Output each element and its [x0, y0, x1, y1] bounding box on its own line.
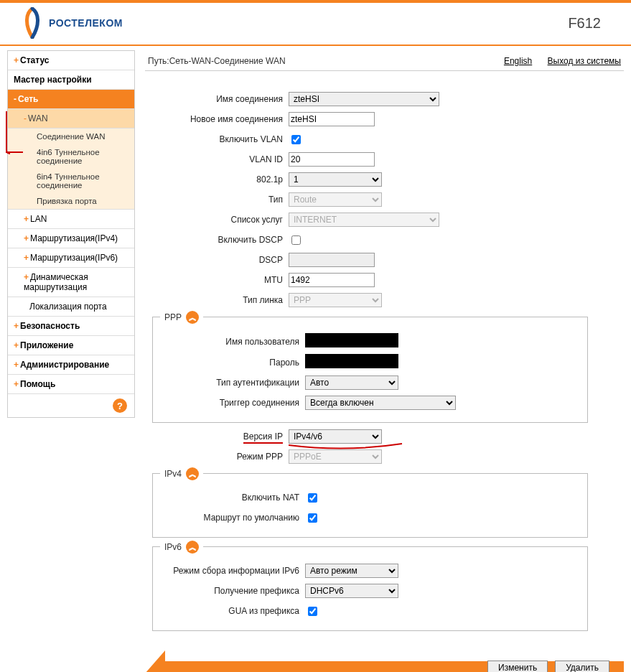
label-nat: Включить NAT — [154, 493, 305, 503]
input-mtu[interactable] — [289, 273, 375, 287]
label-vlan-id: VLAN ID — [152, 154, 289, 164]
sidebar: +Статус Мастер настройки -Сеть -WAN Соед… — [7, 50, 135, 418]
device-model: F612 — [568, 15, 601, 32]
sidebar-item-label: Локализация порта — [29, 302, 107, 312]
select-conn-name[interactable]: zteHSI — [289, 92, 439, 106]
logout-link[interactable]: Выход из системы — [548, 56, 621, 66]
sidebar-item-label: Приложение — [20, 340, 73, 350]
label-ipv6-mode: Режим сбора информации IPv6 — [154, 566, 305, 576]
label-ipv6-prefix: Получение префикса — [154, 586, 305, 596]
sidebar-item-lan[interactable]: +LAN — [8, 210, 134, 229]
sidebar-item-6in4[interactable]: 6in4 Туннельное соединение — [8, 169, 134, 193]
sidebar-item-admin[interactable]: +Администрирование — [8, 355, 134, 375]
select-ipv6-mode[interactable]: Авто режим — [305, 564, 398, 578]
label-type: Тип — [152, 195, 289, 205]
form-area: Имя соединения zteHSI Новое имя соединен… — [145, 71, 624, 641]
sidebar-item-label: Маршрутизация(IPv6) — [30, 253, 118, 263]
checkbox-defroute[interactable] — [308, 513, 317, 523]
label-dscp-enable: Включить DSCP — [152, 235, 289, 245]
sidebar-item-routing-ipv6[interactable]: +Маршрутизация(IPv6) — [8, 248, 134, 268]
help-icon-row: ? — [8, 394, 134, 417]
label-ppp-pass: Пароль — [154, 358, 305, 368]
collapse-icon[interactable]: ︽ — [186, 467, 199, 480]
label-vlan-enable: Включить VLAN — [152, 134, 289, 144]
section-ipv6: IPv6 ︽ Режим сбора информации IPv6 Авто … — [152, 546, 588, 631]
sidebar-item-label: Безопасность — [20, 321, 80, 331]
sidebar-item-label: Динамическая маршрутизация — [24, 272, 88, 292]
sidebar-item-wan[interactable]: -WAN — [8, 109, 134, 129]
sidebar-item-label: Помощь — [20, 379, 55, 389]
breadcrumb: Путь:Сеть-WAN-Соединение WAN — [148, 56, 286, 66]
sidebar-item-label: Сеть — [18, 94, 38, 104]
sidebar-item-wizard[interactable]: Мастер настройки — [8, 70, 134, 90]
input-dscp — [289, 253, 375, 267]
select-8021p[interactable]: 1 — [289, 172, 382, 187]
input-ppp-user-redacted[interactable] — [305, 333, 398, 347]
header: РОСТЕЛЕКОМ F612 — [0, 3, 631, 45]
sidebar-item-label: Администрирование — [20, 360, 109, 370]
sidebar-item-routing-ipv4[interactable]: +Маршрутизация(IPv4) — [8, 229, 134, 248]
select-ppp-trigger[interactable]: Всегда включен — [305, 396, 456, 410]
annotation-mark — [6, 151, 23, 156]
sidebar-item-status[interactable]: +Статус — [8, 51, 134, 70]
select-ppp-mode: PPPoE — [289, 449, 382, 464]
orange-wedge — [145, 650, 165, 672]
label-link-type: Тип линка — [152, 295, 289, 305]
select-link-type: PPP — [289, 293, 382, 307]
delete-button[interactable]: Удалить — [555, 661, 609, 672]
select-ppp-auth[interactable]: Авто — [305, 375, 398, 390]
sidebar-item-application[interactable]: +Приложение — [8, 336, 134, 355]
modify-button[interactable]: Изменить — [487, 661, 548, 672]
collapse-icon[interactable]: ︽ — [186, 541, 199, 554]
brand-logo: РОСТЕЛЕКОМ — [22, 7, 123, 39]
sidebar-item-port-localization[interactable]: Локализация порта — [8, 297, 134, 317]
main-content: Путь:Сеть-WAN-Соединение WAN English Вых… — [145, 50, 624, 672]
label-ppp-mode: Режим PPP — [152, 452, 289, 462]
label-defroute: Маршрут по умолчанию — [154, 513, 305, 523]
sidebar-item-label: Статус — [20, 55, 49, 65]
section-ppp: PPP ︽ Имя пользователя Пароль Тип аутент… — [152, 317, 588, 423]
select-ipv6-prefix[interactable]: DHCPv6 — [305, 584, 398, 598]
checkbox-ipv6-gua[interactable] — [308, 607, 317, 616]
sidebar-item-label: Маршрутизация(IPv4) — [30, 233, 118, 243]
sidebar-item-label: Привязка порта — [37, 197, 97, 205]
checkbox-vlan-enable[interactable] — [291, 135, 301, 144]
orange-stripe: Изменить Удалить — [165, 661, 624, 672]
annotation-mark — [6, 111, 10, 154]
english-link[interactable]: English — [504, 56, 532, 66]
top-line: Путь:Сеть-WAN-Соединение WAN English Вых… — [145, 50, 624, 71]
label-ppp-user: Имя пользователя — [154, 337, 305, 347]
sidebar-item-dyn-routing[interactable]: +Динамическая маршрутизация — [8, 268, 134, 297]
label-ppp-auth: Тип аутентификации — [154, 378, 305, 388]
label-conn-name: Имя соединения — [152, 94, 289, 104]
sidebar-item-label: Соединение WAN — [37, 132, 106, 141]
select-ip-version[interactable]: IPv4/v6 — [289, 429, 382, 444]
label-dscp: DSCP — [152, 255, 289, 265]
collapse-icon[interactable]: ︽ — [186, 311, 199, 324]
sidebar-item-portbind[interactable]: Привязка порта — [8, 193, 134, 210]
sidebar-item-security[interactable]: +Безопасность — [8, 317, 134, 336]
label-ipv6-gua: GUA из префикса — [154, 606, 305, 616]
brand-name: РОСТЕЛЕКОМ — [49, 17, 123, 29]
label-mtu: MTU — [152, 275, 289, 285]
rostelecom-icon — [22, 7, 43, 39]
sidebar-item-wan-connection[interactable]: Соединение WAN — [8, 129, 134, 144]
label-new-conn: Новое имя соединения — [152, 114, 289, 124]
checkbox-nat[interactable] — [308, 493, 317, 503]
help-icon[interactable]: ? — [113, 398, 127, 413]
sidebar-item-network[interactable]: -Сеть — [8, 90, 134, 109]
input-vlan-id[interactable] — [289, 152, 375, 167]
sidebar-item-label: WAN — [28, 113, 48, 123]
checkbox-dscp-enable[interactable] — [291, 235, 301, 245]
sidebar-item-label: LAN — [30, 214, 47, 224]
label-ppp-trigger: Триггер соединения — [154, 398, 305, 408]
input-new-conn[interactable] — [289, 112, 375, 126]
sidebar-item-help[interactable]: +Помощь — [8, 375, 134, 394]
label-ip-version: Версия IP — [152, 431, 289, 442]
section-ipv4: IPv4 ︽ Включить NAT Маршрут по умолчанию — [152, 473, 588, 538]
top-right-links: English Выход из системы — [491, 56, 621, 66]
input-ppp-pass-redacted[interactable] — [305, 354, 398, 368]
sidebar-item-label: Мастер настройки — [14, 75, 92, 85]
sidebar-item-4in6[interactable]: 4in6 Туннельное соединение — [8, 144, 134, 169]
legend-ppp: PPP — [164, 312, 182, 322]
